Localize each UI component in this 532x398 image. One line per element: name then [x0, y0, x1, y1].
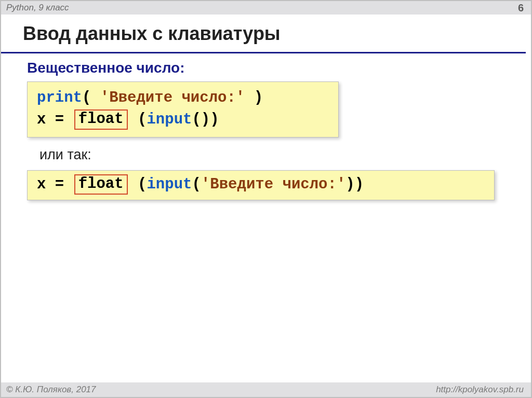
code-line-2: x = float (input())	[37, 109, 331, 131]
keyword-print: print	[37, 89, 82, 106]
float-highlight-box: float	[74, 174, 128, 195]
code-text: x =	[37, 111, 73, 128]
code-text: (	[129, 111, 147, 128]
code-block-1: print( 'Введите число:' ) x = float (inp…	[27, 81, 339, 138]
page-number: 6	[518, 2, 524, 14]
content-area: Вещественное число: print( 'Введите числ…	[1, 53, 531, 397]
code-text: ())	[192, 111, 219, 128]
code-text: (	[129, 176, 147, 193]
or-text: или так:	[39, 147, 518, 163]
course-label: Python, 9 класс	[6, 3, 69, 13]
keyword-input: input	[147, 111, 192, 128]
string-literal: 'Введите число:'	[100, 89, 245, 106]
slide: Python, 9 класс 6 Ввод данных с клавиату…	[0, 0, 532, 398]
code-text: ))	[345, 176, 364, 193]
code-text: (	[82, 89, 100, 106]
slide-title: Ввод данных с клавиатуры	[1, 15, 526, 53]
string-literal: 'Введите число:'	[201, 176, 345, 193]
code-line-3: x = float (input('Введите число:'))	[37, 174, 487, 196]
footer-url: http://kpolyakov.spb.ru	[436, 385, 524, 395]
keyword-input: input	[147, 176, 192, 193]
code-line-1: print( 'Введите число:' )	[37, 87, 331, 109]
code-text: )	[245, 89, 263, 106]
footer-bar: © К.Ю. Поляков, 2017 http://kpolyakov.sp…	[1, 382, 531, 397]
subheading: Вещественное число:	[27, 60, 518, 76]
float-highlight-box: float	[74, 109, 128, 130]
copyright-text: © К.Ю. Поляков, 2017	[6, 385, 96, 395]
code-block-2: x = float (input('Введите число:'))	[27, 170, 495, 200]
header-bar: Python, 9 класс 6	[1, 1, 531, 15]
code-text: (	[192, 176, 201, 193]
code-text: x =	[37, 176, 73, 193]
